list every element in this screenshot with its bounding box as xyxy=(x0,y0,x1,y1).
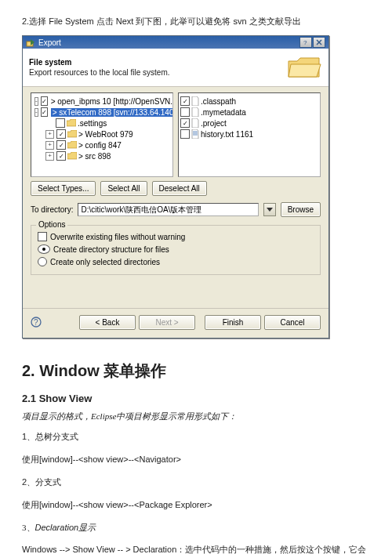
para-4: 使用[window]--<show view>--<Package Explor… xyxy=(22,497,370,513)
expand-icon[interactable]: - xyxy=(34,108,38,117)
svg-text:?: ? xyxy=(303,39,307,45)
tree-checkbox[interactable]: ✓ xyxy=(56,129,66,139)
tree-item[interactable]: +✓> config 847 xyxy=(33,139,171,150)
create-sel-radio[interactable] xyxy=(38,257,47,266)
tree-item[interactable]: +✓> src 898 xyxy=(33,150,171,161)
para-6: Windows --> Show View -- > Declaration：选… xyxy=(22,541,370,554)
tree-checkbox[interactable]: ✓ xyxy=(41,107,48,117)
file-item[interactable]: history.txt 1161 xyxy=(180,129,318,139)
tree-label: > src 898 xyxy=(78,152,111,161)
instruction-text: 2.选择 File System 点击 Next 到下图，此举可以避免将 svn… xyxy=(22,16,370,27)
options-group: Options Overwrite existing files without… xyxy=(31,225,321,275)
to-directory-label: To directory: xyxy=(31,205,73,214)
file-label: .classpath xyxy=(201,97,236,106)
tree-label: > config 847 xyxy=(78,141,122,150)
tree-checkbox[interactable] xyxy=(56,118,65,128)
cancel-button[interactable]: Cancel xyxy=(264,315,321,330)
expand-icon[interactable]: + xyxy=(45,152,54,161)
tree-label: > sxTelecom 898 [svn://133.64.140.62 xyxy=(51,108,173,117)
subsection-heading: 2.1 Show View xyxy=(22,393,370,404)
expand-icon[interactable]: + xyxy=(45,141,54,150)
tree-checkbox[interactable]: ✓ xyxy=(56,151,66,161)
header-title: File system xyxy=(29,58,286,67)
header-desc: Export resources to the local file syste… xyxy=(29,68,286,77)
titlebar: Export ? xyxy=(23,36,328,49)
file-label: .mymetadata xyxy=(201,108,246,117)
expand-icon[interactable]: - xyxy=(34,97,38,106)
intro-italic: 项目显示的格式，Eclipse中项目树形显示常用形式如下： xyxy=(22,411,370,422)
window-title: Export xyxy=(38,38,296,47)
svg-text:?: ? xyxy=(34,318,38,327)
select-types-button[interactable]: Select Types... xyxy=(31,181,96,196)
help-button[interactable]: ? xyxy=(299,37,312,48)
expand-icon[interactable]: + xyxy=(45,130,54,139)
para-3: 2、分支式 xyxy=(22,474,370,491)
file-label: history.txt 1161 xyxy=(201,130,253,139)
para-1: 1、总树分支式 xyxy=(22,429,370,445)
file-item[interactable]: .mymetadata xyxy=(180,107,318,118)
tree-checkbox[interactable]: ✓ xyxy=(56,140,66,150)
select-all-button[interactable]: Select All xyxy=(100,181,147,196)
tree-item[interactable]: -✓> open_ibpms 10 [http://OpenSVN.csie. xyxy=(33,96,171,107)
export-icon xyxy=(26,38,35,47)
tree-item[interactable]: +✓> WebRoot 979 xyxy=(33,129,171,139)
file-item[interactable]: ✓.project xyxy=(180,118,318,129)
file-checkbox[interactable] xyxy=(180,107,190,117)
back-button[interactable]: < Back xyxy=(79,315,136,330)
file-label: .project xyxy=(201,119,227,128)
tree-item[interactable]: .settings xyxy=(33,118,171,129)
dialog-footer: ? < Back Next > Finish Cancel xyxy=(23,308,328,338)
deselect-all-button[interactable]: Deselect All xyxy=(152,181,207,196)
tree-label: > WebRoot 979 xyxy=(78,130,133,139)
file-item[interactable]: ✓.classpath xyxy=(180,96,318,107)
dialog-header: File system Export resources to the loca… xyxy=(23,49,328,87)
tree-label: > open_ibpms 10 [http://OpenSVN.csie. xyxy=(51,97,173,106)
overwrite-label: Overwrite existing files without warning xyxy=(50,233,185,241)
directory-dropdown[interactable] xyxy=(263,203,276,216)
finish-button[interactable]: Finish xyxy=(205,315,261,330)
create-dir-label: Create directory structure for files xyxy=(53,245,169,254)
browse-button[interactable]: Browse xyxy=(281,202,321,217)
next-button[interactable]: Next > xyxy=(139,315,195,330)
overwrite-checkbox[interactable] xyxy=(38,232,47,241)
file-checkbox[interactable]: ✓ xyxy=(180,96,190,106)
create-sel-label: Create only selected directories xyxy=(50,258,160,266)
to-directory-input[interactable] xyxy=(78,203,258,216)
para-2: 使用[window]--<show view>--<Navigator> xyxy=(22,451,370,468)
file-list[interactable]: ✓.classpath.mymetadata✓.projecthistory.t… xyxy=(178,92,321,177)
options-title: Options xyxy=(36,220,67,229)
tree-item[interactable]: -✓> sxTelecom 898 [svn://133.64.140.62 xyxy=(33,107,171,118)
resource-tree[interactable]: -✓> open_ibpms 10 [http://OpenSVN.csie.-… xyxy=(31,92,173,177)
close-button[interactable] xyxy=(313,37,325,48)
tree-checkbox[interactable]: ✓ xyxy=(41,96,48,106)
create-dir-radio[interactable] xyxy=(38,244,50,254)
file-checkbox[interactable]: ✓ xyxy=(180,118,190,128)
tree-label: .settings xyxy=(78,119,107,128)
para-5: 3、Declaration显示 xyxy=(22,520,370,536)
export-dialog: Export ? File system Export resources to… xyxy=(22,35,329,339)
help-icon[interactable]: ? xyxy=(31,317,42,329)
section-heading: 2. Window 菜单操作 xyxy=(22,360,370,382)
file-checkbox[interactable] xyxy=(180,129,190,139)
folder-icon xyxy=(286,53,322,81)
